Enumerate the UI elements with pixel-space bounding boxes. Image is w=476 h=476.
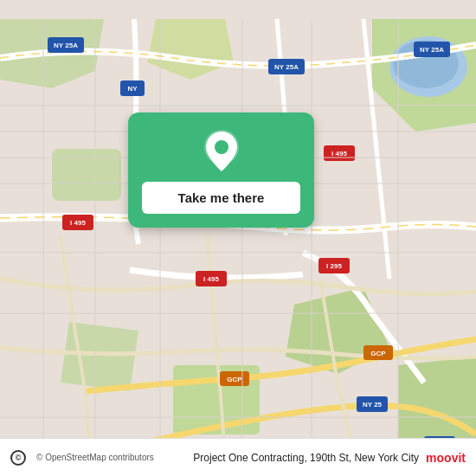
moovit-logo: moovit	[426, 451, 466, 465]
action-card: Take me there	[128, 113, 314, 228]
svg-text:NY 25A: NY 25A	[54, 42, 78, 49]
svg-text:GCP: GCP	[227, 376, 242, 383]
take-me-there-button[interactable]: Take me there	[142, 182, 300, 214]
svg-text:NY 25A: NY 25A	[420, 46, 444, 54]
svg-text:GCP: GCP	[370, 350, 386, 357]
svg-text:NY 25: NY 25	[363, 401, 383, 408]
osm-circle: ©	[10, 450, 26, 466]
svg-text:I 495: I 495	[331, 150, 347, 158]
svg-point-51	[215, 140, 228, 154]
svg-text:NY: NY	[127, 85, 138, 93]
svg-text:I 495: I 495	[203, 275, 219, 283]
svg-text:NY 25A: NY 25A	[274, 63, 299, 71]
location-label: Project One Contracting, 190th St, New Y…	[193, 452, 419, 464]
svg-marker-6	[61, 322, 138, 391]
map-container: NY 25A NY 25A NY 25A NY I 495 I 495 I 49…	[0, 0, 476, 476]
location-pin-icon	[203, 130, 241, 173]
map-background: NY 25A NY 25A NY 25A NY I 495 I 495 I 49…	[0, 0, 476, 476]
bottom-bar: © © OpenStreetMap contributors Project O…	[0, 438, 476, 476]
svg-rect-4	[52, 149, 121, 201]
svg-text:I 495: I 495	[70, 219, 86, 227]
svg-text:I 295: I 295	[326, 262, 342, 270]
osm-logo: ©	[10, 450, 29, 466]
attribution-text: © OpenStreetMap contributors	[36, 453, 193, 462]
